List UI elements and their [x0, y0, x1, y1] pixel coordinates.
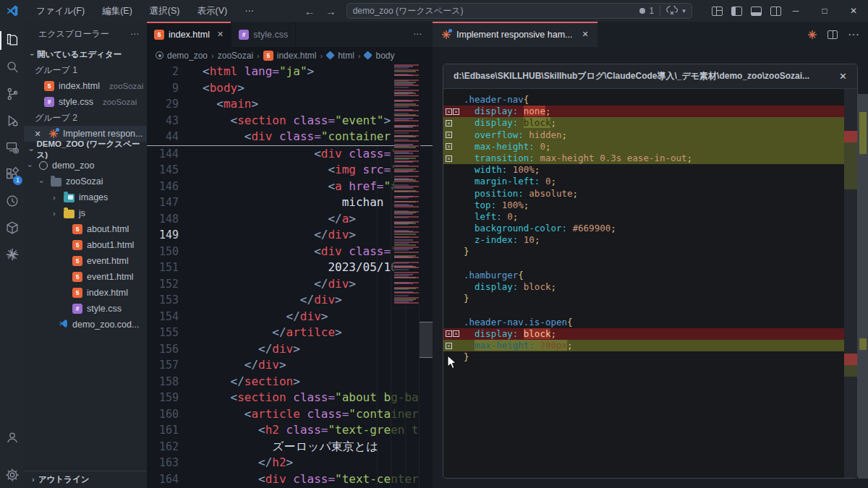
tree-item-label: about.html: [87, 224, 129, 234]
claude-code-icon[interactable]: [0, 242, 24, 267]
tree-item-event1-html[interactable]: event1.html: [24, 269, 147, 285]
diff-line-sel: .header-nav.is-open{: [443, 317, 844, 328]
container-icon[interactable]: [0, 215, 24, 240]
tree-item-zoosozai[interactable]: ›zooSozai: [24, 174, 147, 189]
css-file-icon: [239, 30, 249, 40]
diff-line-plain: position: absolute;: [443, 188, 844, 200]
panel-scrollbar[interactable]: [858, 94, 868, 479]
maximize-button[interactable]: □: [810, 0, 839, 22]
open-editor-item[interactable]: index.htmlzooSozai: [24, 78, 147, 94]
diff-close-icon[interactable]: ✕: [839, 71, 847, 82]
explorer-icon[interactable]: [0, 28, 24, 53]
breadcrumb[interactable]: demo_zoo›zooSozai›index.html›html›body: [147, 47, 433, 64]
claude-action-icon[interactable]: [807, 30, 817, 40]
editor-actions-more[interactable]: ⋯: [848, 27, 859, 41]
tab-overflow-menu[interactable]: ⋯: [403, 22, 433, 47]
code-line: 158 </section>: [147, 374, 433, 390]
diff-line-plain: top: 100%;: [443, 200, 844, 211]
breadcrumb-item[interactable]: demo_zoo: [167, 51, 208, 61]
breadcrumb-item[interactable]: index.html: [277, 51, 317, 61]
extensions-icon[interactable]: 1: [0, 162, 24, 187]
workspace-header[interactable]: › DEMO_ZOO (ワークスペース): [24, 142, 147, 158]
nav-back-icon[interactable]: ←: [305, 5, 315, 17]
outline-header[interactable]: › アウトライン: [24, 471, 147, 488]
search-icon[interactable]: [0, 55, 24, 80]
code-line: 149 </div>: [147, 227, 433, 244]
menu-view[interactable]: 表示(V): [188, 0, 236, 22]
tree-item-about-html[interactable]: about.html: [24, 221, 147, 237]
breadcrumb-item[interactable]: body: [375, 51, 394, 61]
source-control-icon[interactable]: [0, 82, 24, 106]
breadcrumb-separator: ›: [320, 51, 323, 60]
minimize-button[interactable]: ─: [781, 0, 810, 22]
diff-glyph-icon[interactable]: ×: [446, 330, 452, 337]
code-line: 150 <div class="c: [147, 244, 433, 260]
minimap[interactable]: [394, 64, 420, 304]
tab-claude-session[interactable]: Implement responsive ham... ✕: [433, 22, 597, 47]
toggle-sidebar-icon[interactable]: [731, 7, 742, 16]
tree-item-label: demo_zoo: [52, 160, 94, 171]
tree-item-event-html[interactable]: event.html: [24, 253, 147, 269]
toggle-panel-icon[interactable]: [751, 7, 762, 16]
diff-glyph-icon[interactable]: ×: [446, 108, 452, 115]
editor-scrollbar[interactable]: [420, 322, 433, 358]
tree-item-style-css[interactable]: style.css: [24, 301, 147, 317]
tree-item-label: event.html: [87, 256, 129, 266]
menu-selection[interactable]: 選択(S): [141, 0, 189, 22]
code-line: 157 </div>: [147, 357, 433, 374]
run-debug-icon[interactable]: [0, 108, 24, 133]
editor-group-1: index.html ✕ style.css ⋯ demo_zoo›zooSoz…: [147, 22, 433, 488]
open-editor-item[interactable]: style.csszooSozai: [24, 94, 147, 110]
tree-item-index-html[interactable]: index.html: [24, 285, 147, 301]
diff-line-plain: width: 100%;: [443, 164, 844, 176]
diff-line-add: × transition: max-height 0.3s ease-in-ou…: [443, 153, 844, 164]
split-editor-icon[interactable]: [827, 30, 838, 39]
diff-glyph-icon[interactable]: ×: [453, 108, 459, 115]
open-editors-header[interactable]: › 開いているエディター: [24, 46, 147, 62]
code-line: 164 <div class="text-center: [147, 471, 433, 488]
tree-item-js[interactable]: ›js: [24, 205, 147, 221]
html-file-icon: [263, 51, 273, 61]
menu-more[interactable]: ⋯: [236, 0, 263, 22]
remote-indicator-icon[interactable]: [666, 6, 678, 16]
menu-file[interactable]: ファイル(F): [27, 0, 93, 22]
diff-glyph-icon[interactable]: ×: [446, 155, 452, 162]
tree-item-about1-html[interactable]: about1.html: [24, 237, 147, 253]
diff-marker-deleted: [844, 131, 857, 142]
menu-edit[interactable]: 編集(E): [93, 0, 141, 22]
history-icon[interactable]: [0, 189, 24, 213]
command-center-text: demo_zoo (ワークスペース): [353, 5, 464, 17]
nav-forward-icon[interactable]: →: [326, 5, 336, 17]
diff-glyph-icon[interactable]: ×: [453, 330, 459, 337]
title-bar: ファイル(F) 編集(E) 選択(S) 表示(V) ⋯ ← → demo_zoo…: [0, 0, 868, 22]
toggle-secondary-sidebar-icon[interactable]: [770, 7, 781, 16]
tree-chevron-icon: ›: [49, 194, 59, 202]
command-center[interactable]: demo_zoo (ワークスペース) 1 ▾: [346, 3, 692, 19]
diff-glyph-icon[interactable]: ×: [446, 120, 452, 127]
diff-line-add: × display: block;: [443, 117, 844, 129]
tab-close-icon[interactable]: ✕: [217, 30, 224, 39]
tree-item-images[interactable]: ›images: [24, 189, 147, 205]
sidebar-more-actions[interactable]: ⋯: [130, 29, 140, 39]
tab-index-html[interactable]: index.html ✕: [147, 22, 231, 47]
breadcrumb-item[interactable]: zooSozai: [218, 51, 253, 61]
tree-item-demo-zoo-cod-[interactable]: demo_zoo.cod...: [24, 317, 147, 333]
breadcrumb-item[interactable]: html: [338, 51, 354, 61]
code-line: 144 <div class="c: [147, 146, 433, 163]
settings-gear-icon[interactable]: [0, 463, 24, 487]
code-line: 160 <article class="container: [147, 406, 433, 423]
tab-close-icon[interactable]: ✕: [582, 30, 589, 39]
close-editor-icon[interactable]: ✕: [33, 129, 43, 139]
tree-item-label: images: [79, 192, 108, 202]
remote-explorer-icon[interactable]: [0, 135, 24, 160]
accounts-icon[interactable]: [0, 425, 24, 450]
diff-glyph-icon[interactable]: ×: [446, 143, 452, 150]
diff-glyph-icon[interactable]: ×: [446, 132, 452, 138]
code-line: 153 </div>: [147, 292, 433, 309]
customize-layout-icon[interactable]: [712, 7, 723, 16]
tab-style-css[interactable]: style.css: [231, 22, 296, 47]
chevron-down-icon[interactable]: ▾: [682, 7, 686, 14]
code-editor[interactable]: 2<html lang="ja">9<body>29 <main>43 <sec…: [147, 64, 433, 488]
diff-glyph-icon[interactable]: ×: [446, 343, 452, 349]
close-button[interactable]: ✕: [839, 0, 868, 22]
